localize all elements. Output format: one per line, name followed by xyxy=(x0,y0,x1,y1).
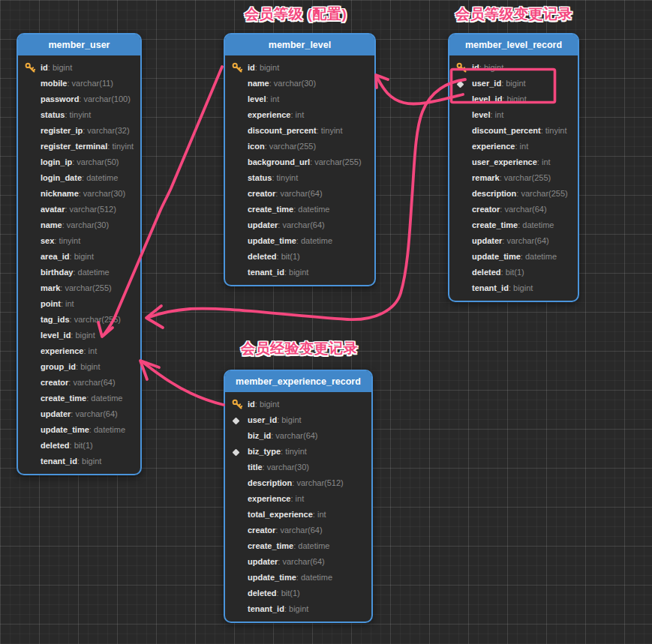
field-type: : bigint xyxy=(48,63,72,72)
field-name: birthday xyxy=(41,268,73,277)
field-row-description: description: varchar(512) xyxy=(225,474,371,490)
field-name: name xyxy=(41,220,62,229)
field-row-title: title: varchar(30) xyxy=(225,458,371,474)
field-name: update_time xyxy=(41,425,89,434)
field-row-creator: creator: varchar(64) xyxy=(18,373,140,389)
field-type: : varchar(255) xyxy=(60,283,111,292)
field-name: login_date xyxy=(41,173,82,182)
field-type: : bigint xyxy=(76,362,100,371)
field-row-remark: remark: varchar(255) xyxy=(449,169,578,184)
field-row-deleted: deleted: bit(1) xyxy=(225,247,374,263)
table-member-user[interactable]: member_user id: bigintmobile: varchar(11… xyxy=(17,33,142,475)
field-row-group_id: group_id: bigint xyxy=(18,358,140,373)
table-member-experience-record[interactable]: member_experience_record id: bigintuser_… xyxy=(224,370,373,623)
field-row-updater: updater: varchar(64) xyxy=(449,232,578,247)
field-type: : datetime xyxy=(293,205,329,214)
field-type: : varchar(30) xyxy=(269,79,316,88)
field-name: creator xyxy=(248,526,275,535)
field-name: creator xyxy=(41,378,68,387)
field-name: status xyxy=(41,110,65,119)
field-row-level_id: level_id: bigint xyxy=(449,90,578,106)
field-name: sex xyxy=(41,236,54,245)
field-type: : varchar(30) xyxy=(263,463,309,472)
field-row-name: name: varchar(30) xyxy=(225,74,374,90)
field-row-status: status: tinyint xyxy=(225,169,374,184)
field-name: password xyxy=(41,94,79,103)
field-name: updater xyxy=(41,409,71,418)
field-name: updater xyxy=(248,220,278,229)
table-fields-member-level: id: bigintname: varchar(30)level: intexp… xyxy=(225,55,374,285)
field-row-create_time: create_time: datetime xyxy=(225,537,371,553)
field-type: : varchar(512) xyxy=(292,478,343,487)
field-row-deleted: deleted: bit(1) xyxy=(18,436,140,452)
field-type: : varchar(32) xyxy=(83,126,129,135)
field-type: : datetime xyxy=(86,394,122,403)
field-name: mark xyxy=(41,283,60,292)
field-name: nickname xyxy=(41,189,79,198)
table-header-member-experience-record[interactable]: member_experience_record xyxy=(225,371,371,392)
field-type: : bigint xyxy=(255,63,279,72)
field-name: point xyxy=(41,299,61,308)
field-name: experience xyxy=(41,346,83,355)
field-name: user_experience xyxy=(472,157,537,166)
field-type: : varchar(64) xyxy=(275,526,322,535)
annotation-member-level-title: 会员等级 (配置) xyxy=(245,4,347,24)
arrowhead-to-member-user-tag-ids xyxy=(146,306,163,328)
field-type: : bit(1) xyxy=(501,268,524,277)
field-name: area_id xyxy=(41,252,70,261)
field-row-status: status: tinyint xyxy=(18,106,140,121)
field-name: description xyxy=(472,189,516,198)
field-type: : bit(1) xyxy=(277,252,300,261)
table-header-member-level[interactable]: member_level xyxy=(225,34,374,55)
field-row-login_date: login_date: datetime xyxy=(18,169,140,184)
field-row-update_time: update_time: datetime xyxy=(225,232,374,247)
field-row-updater: updater: varchar(64) xyxy=(18,405,140,421)
table-header-member-level-record[interactable]: member_level_record xyxy=(449,34,578,55)
field-name: deleted xyxy=(41,441,70,450)
field-name: level xyxy=(472,110,490,119)
field-type: : bigint xyxy=(284,604,308,613)
field-name: update_time xyxy=(248,573,296,582)
field-type: : tinyint xyxy=(65,110,91,119)
field-row-point: point: int xyxy=(18,295,140,310)
field-type: : int xyxy=(537,157,551,166)
field-type: : bigint xyxy=(255,400,279,409)
field-name: discount_percent xyxy=(248,126,317,135)
field-type: : varchar(64) xyxy=(68,378,115,387)
field-row-id: id: bigint xyxy=(225,58,374,74)
field-row-create_time: create_time: datetime xyxy=(449,216,578,232)
field-type: : bigint xyxy=(70,252,94,261)
table-member-level-record[interactable]: member_level_record id: bigintuser_id: b… xyxy=(448,33,579,302)
field-type: : datetime xyxy=(82,173,118,182)
field-row-tenant_id: tenant_id: bigint xyxy=(18,452,140,468)
field-name: experience xyxy=(472,142,515,151)
field-row-tenant_id: tenant_id: bigint xyxy=(225,600,371,616)
field-row-user_id: user_id: bigint xyxy=(449,74,578,90)
table-member-level[interactable]: member_level id: bigintname: varchar(30)… xyxy=(224,33,376,286)
field-row-update_time: update_time: datetime xyxy=(449,247,578,263)
field-name: id xyxy=(41,63,48,72)
field-name: title xyxy=(248,463,263,472)
field-row-level: level: int xyxy=(225,90,374,106)
field-name: description xyxy=(248,478,292,487)
field-type: : tinyint xyxy=(541,126,567,135)
field-name: tenant_id xyxy=(472,283,509,292)
field-name: name xyxy=(248,79,269,88)
field-row-biz_type: biz_type: tinyint xyxy=(225,442,371,458)
arrowhead-to-member-user-group-id xyxy=(140,361,159,379)
field-type: : int xyxy=(290,494,304,503)
primary-key-icon xyxy=(456,59,472,75)
field-name: experience xyxy=(248,494,290,503)
field-row-discount_percent: discount_percent: tinyint xyxy=(225,121,374,137)
field-row-tenant_id: tenant_id: bigint xyxy=(225,263,374,279)
table-header-member-user[interactable]: member_user xyxy=(18,34,140,55)
field-name: creator xyxy=(472,205,500,214)
primary-key-icon xyxy=(25,59,41,75)
field-name: create_time xyxy=(472,220,518,229)
field-type: : varchar(11) xyxy=(67,79,113,88)
field-row-avatar: avatar: varchar(512) xyxy=(18,200,140,216)
field-name: total_experience xyxy=(248,510,313,519)
field-row-birthday: birthday: datetime xyxy=(18,263,140,279)
field-type: : bigint xyxy=(509,283,533,292)
field-name: deleted xyxy=(248,589,277,598)
